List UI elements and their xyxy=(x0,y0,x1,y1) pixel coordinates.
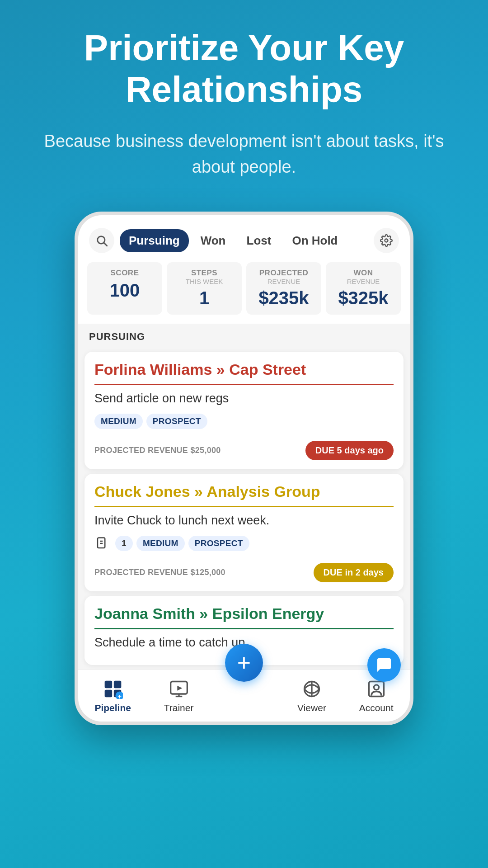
svg-rect-6 xyxy=(104,681,112,689)
card-forlina-williams[interactable]: Forlina Williams » Cap Street Send artic… xyxy=(84,352,404,469)
fab-add-button[interactable]: + xyxy=(225,644,263,682)
top-bar: Pursuing Won Lost On Hold xyxy=(78,215,410,262)
chat-fab-button[interactable] xyxy=(367,648,401,682)
search-button[interactable] xyxy=(89,228,114,253)
tab-on-hold[interactable]: On Hold xyxy=(283,229,347,252)
card2-projected: PROJECTED REVENUE $125,000 xyxy=(94,568,225,577)
tag-count: 1 xyxy=(115,536,133,551)
pipeline-icon: + xyxy=(103,679,123,699)
card2-due-badge: DUE in 2 days xyxy=(314,563,394,582)
viewer-icon xyxy=(302,679,322,699)
tag-medium-2: MEDIUM xyxy=(136,536,185,551)
card2-tags: 1 MEDIUM PROSPECT xyxy=(94,536,394,551)
svg-point-19 xyxy=(374,685,379,690)
tag-prospect: PROSPECT xyxy=(146,414,207,429)
card1-tags: MEDIUM PROSPECT xyxy=(94,414,394,429)
card2-title: Chuck Jones » Analysis Group xyxy=(94,483,394,500)
phone-inner: Pursuing Won Lost On Hold SCORE 100 STEP… xyxy=(78,215,410,722)
card1-task: Send article on new regs xyxy=(94,392,394,406)
section-pursuing-label: PURSUING xyxy=(78,324,410,347)
card1-divider xyxy=(94,384,394,385)
nav-trainer[interactable]: Trainer xyxy=(164,678,194,713)
card1-header: Forlina Williams » Cap Street xyxy=(84,352,404,384)
card1-projected: PROJECTED REVENUE $25,000 xyxy=(94,446,221,455)
svg-rect-7 xyxy=(113,681,121,689)
card1-title: Forlina Williams » Cap Street xyxy=(94,361,394,378)
card1-footer: PROJECTED REVENUE $25,000 DUE 5 days ago xyxy=(84,441,404,469)
card3-title: Joanna Smith » Epsilon Energy xyxy=(94,605,394,623)
gear-icon xyxy=(380,234,393,247)
card-chuck-jones[interactable]: Chuck Jones » Analysis Group Invite Chuc… xyxy=(84,474,404,591)
card1-due-badge: DUE 5 days ago xyxy=(305,441,394,460)
svg-line-1 xyxy=(104,243,107,245)
svg-text:+: + xyxy=(117,693,122,699)
card2-body: Invite Chuck to lunch next week. 1 MEDIU… xyxy=(84,514,404,563)
hero-subtitle: Because business development isn't about… xyxy=(0,128,488,180)
gear-button[interactable] xyxy=(374,228,399,253)
tab-lost[interactable]: Lost xyxy=(238,229,281,252)
stat-projected-revenue: PROJECTED REVENUE $235k xyxy=(246,262,321,315)
tabs-row: Pursuing Won Lost On Hold xyxy=(120,229,368,252)
tag-medium: MEDIUM xyxy=(94,414,143,429)
card2-doc-icon xyxy=(94,536,110,551)
hero-title: Prioritize Your Key Relationships xyxy=(0,27,488,110)
svg-marker-15 xyxy=(177,686,182,691)
tag-prospect-2: PROSPECT xyxy=(188,536,249,551)
account-icon xyxy=(366,679,386,699)
svg-point-2 xyxy=(385,239,388,242)
nav-account[interactable]: Account xyxy=(359,678,394,713)
nav-viewer-label: Viewer xyxy=(297,703,326,713)
phone-frame: Pursuing Won Lost On Hold SCORE 100 STEP… xyxy=(75,212,413,725)
tab-pursuing[interactable]: Pursuing xyxy=(120,229,189,252)
svg-rect-8 xyxy=(104,690,112,698)
chat-icon xyxy=(376,657,392,673)
card2-divider xyxy=(94,506,394,507)
stat-score: SCORE 100 xyxy=(87,262,162,315)
card3-divider xyxy=(94,628,394,629)
card3-header: Joanna Smith » Epsilon Energy xyxy=(84,596,404,628)
stat-steps: STEPS THIS WEEK 1 xyxy=(167,262,242,315)
stats-row: SCORE 100 STEPS THIS WEEK 1 PROJECTED RE… xyxy=(78,262,410,324)
card1-body: Send article on new regs MEDIUM PROSPECT xyxy=(84,392,404,441)
search-icon xyxy=(95,234,108,247)
nav-viewer[interactable]: Viewer xyxy=(297,678,326,713)
card2-header: Chuck Jones » Analysis Group xyxy=(84,474,404,506)
card2-footer: PROJECTED REVENUE $125,000 DUE in 2 days xyxy=(84,563,404,591)
tab-won[interactable]: Won xyxy=(192,229,235,252)
card2-task: Invite Chuck to lunch next week. xyxy=(94,514,394,528)
trainer-icon xyxy=(169,679,189,699)
stat-won-revenue: WON REVENUE $325k xyxy=(326,262,401,315)
bottom-nav: + + Pipeli xyxy=(78,670,410,722)
nav-pipeline[interactable]: + Pipeline xyxy=(94,678,131,713)
nav-pipeline-label: Pipeline xyxy=(94,703,131,713)
nav-trainer-label: Trainer xyxy=(164,703,194,713)
nav-account-label: Account xyxy=(359,703,394,713)
